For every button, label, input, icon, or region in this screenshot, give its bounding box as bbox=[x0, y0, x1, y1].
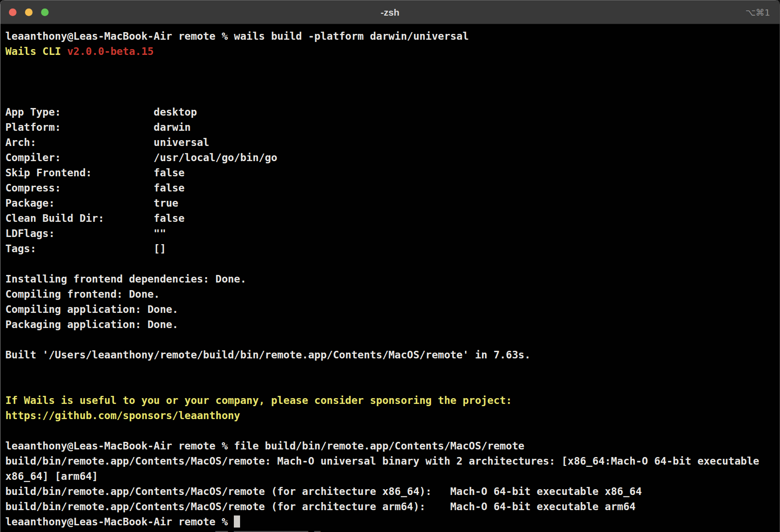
traffic-lights bbox=[9, 0, 49, 24]
terminal-text-segment: LDFlags: "" bbox=[5, 228, 166, 239]
terminal-text-segment: Packaging application: Done. bbox=[5, 319, 178, 330]
clipped-partial-line: ██ ████████████ █ bbox=[5, 529, 780, 532]
terminal-text-segment: Package: true bbox=[5, 197, 178, 209]
terminal-text-segment: Clean Build Dir: false bbox=[5, 212, 185, 224]
terminal-text-segment: Wails CLI bbox=[5, 46, 67, 57]
terminal-line: Installing frontend dependencies: Done. bbox=[5, 271, 780, 287]
terminal-text-segment: If Wails is useful to you or your compan… bbox=[5, 395, 512, 406]
terminal-line: Packaging application: Done. bbox=[5, 317, 780, 332]
sponsor-url[interactable]: https://github.com/sponsors/leaanthony bbox=[5, 410, 240, 421]
terminal-text-segment: Compiling application: Done. bbox=[5, 303, 178, 315]
terminal-line: leaanthony@Leas-MacBook-Air remote % bbox=[5, 514, 780, 529]
terminal-line: Tags: [] bbox=[5, 241, 780, 256]
terminal-line: build/bin/remote.app/Contents/MacOS/remo… bbox=[5, 499, 780, 514]
terminal-line: Compiling application: Done. bbox=[5, 302, 780, 317]
terminal-text-segment: build/bin/remote.app/Contents/MacOS/remo… bbox=[5, 455, 759, 467]
terminal-text-segment: build/bin/remote.app/Contents/MacOS/remo… bbox=[5, 486, 642, 497]
terminal-line: If Wails is useful to you or your compan… bbox=[5, 393, 780, 408]
terminal-line bbox=[5, 362, 780, 378]
terminal-line bbox=[5, 89, 780, 104]
terminal-line: Compiler: /usr/local/go/bin/go bbox=[5, 150, 780, 165]
terminal-text-segment: Built '/Users/leaanthony/remote/build/bi… bbox=[5, 349, 531, 361]
terminal-text-segment: leaanthony@Leas-MacBook-Air remote % bbox=[5, 516, 234, 528]
terminal-line: x86_64] [arm64] bbox=[5, 469, 780, 484]
terminal-line: Compiling frontend: Done. bbox=[5, 287, 780, 302]
minimize-button[interactable] bbox=[25, 8, 33, 16]
terminal-line: Built '/Users/leaanthony/remote/build/bi… bbox=[5, 347, 780, 362]
terminal-line bbox=[5, 256, 780, 271]
terminal-line: build/bin/remote.app/Contents/MacOS/remo… bbox=[5, 484, 780, 499]
terminal-text-segment: Compress: false bbox=[5, 182, 185, 194]
titlebar[interactable]: -zsh ⌥⌘1 bbox=[0, 0, 780, 24]
terminal-text-segment: App Type: desktop bbox=[5, 106, 197, 118]
terminal-line: LDFlags: "" bbox=[5, 226, 780, 241]
terminal-text-segment: leaanthony@Leas-MacBook-Air remote % wai… bbox=[5, 30, 469, 42]
terminal-text-segment: Arch: universal bbox=[5, 137, 209, 148]
terminal-line bbox=[5, 423, 780, 438]
terminal-line bbox=[5, 59, 780, 74]
terminal-text-segment: build/bin/remote.app/Contents/MacOS/remo… bbox=[5, 501, 635, 512]
terminal-line bbox=[5, 74, 780, 89]
terminal-line: https://github.com/sponsors/leaanthony bbox=[5, 408, 780, 423]
terminal-line: Wails CLI v2.0.0-beta.15 bbox=[5, 44, 780, 59]
terminal-screen[interactable]: leaanthony@Leas-MacBook-Air remote % wai… bbox=[0, 24, 780, 532]
terminal-text-segment: Skip Frontend: false bbox=[5, 167, 185, 179]
terminal-text-segment: leaanthony@Leas-MacBook-Air remote % fil… bbox=[5, 440, 524, 452]
window-shortcut-badge: ⌥⌘1 bbox=[745, 0, 770, 24]
terminal-line: Skip Frontend: false bbox=[5, 165, 780, 180]
terminal-text-segment: Platform: darwin bbox=[5, 121, 191, 133]
terminal-line: Package: true bbox=[5, 195, 780, 211]
terminal-line: App Type: desktop bbox=[5, 104, 780, 120]
terminal-text-segment: v2.0.0-beta.15 bbox=[67, 46, 154, 57]
terminal-window: -zsh ⌥⌘1 leaanthony@Leas-MacBook-Air rem… bbox=[0, 0, 780, 532]
terminal-text-segment: Installing frontend dependencies: Done. bbox=[5, 273, 246, 285]
close-button[interactable] bbox=[9, 8, 17, 16]
terminal-text-segment: Tags: [] bbox=[5, 243, 166, 254]
terminal-line: leaanthony@Leas-MacBook-Air remote % fil… bbox=[5, 438, 780, 453]
terminal-line: leaanthony@Leas-MacBook-Air remote % wai… bbox=[5, 29, 780, 44]
terminal-text-segment: Compiling frontend: Done. bbox=[5, 288, 160, 300]
terminal-line: build/bin/remote.app/Contents/MacOS/remo… bbox=[5, 453, 780, 469]
terminal-line: Arch: universal bbox=[5, 135, 780, 150]
terminal-line: Compress: false bbox=[5, 180, 780, 195]
terminal-text-segment: Compiler: /usr/local/go/bin/go bbox=[5, 152, 277, 163]
terminal-line: Platform: darwin bbox=[5, 120, 780, 135]
window-title: -zsh bbox=[0, 0, 780, 24]
zoom-button[interactable] bbox=[41, 8, 49, 16]
terminal-line bbox=[5, 378, 780, 393]
terminal-cursor bbox=[234, 515, 240, 528]
terminal-line bbox=[5, 332, 780, 347]
terminal-line: Clean Build Dir: false bbox=[5, 211, 780, 226]
terminal-text-segment: x86_64] [arm64] bbox=[5, 470, 98, 482]
